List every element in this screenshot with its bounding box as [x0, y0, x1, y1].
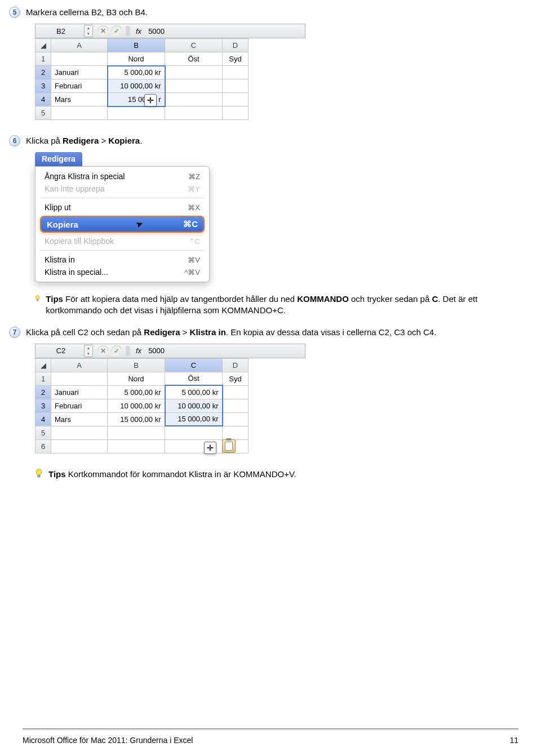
cell[interactable]: Januari	[51, 66, 108, 79]
step-7: 7 Klicka på cell C2 och sedan på Rediger…	[9, 327, 518, 338]
cell[interactable]: Mars	[51, 412, 108, 426]
row-header[interactable]: 2	[36, 66, 51, 79]
lightbulb-icon	[35, 293, 40, 304]
lightbulb-icon	[35, 469, 43, 479]
step-badge-5: 5	[9, 7, 20, 18]
formula-bar: C2 ▴▾ ✕ ✓ fx 5000	[35, 344, 305, 358]
cell[interactable]: Syd	[223, 52, 249, 66]
cell[interactable]: Februari	[51, 79, 108, 93]
excel-screenshot-1: B2 ▴▾ ✕ ✓ fx 5000 ◢ A B C D 1 Nord Öst S…	[35, 24, 518, 122]
step-badge-6: 6	[9, 135, 20, 146]
step-5: 5 Markera cellerna B2, B3 och B4.	[9, 7, 518, 18]
row-header[interactable]: 3	[36, 399, 51, 412]
menu-separator	[40, 250, 205, 251]
cell[interactable]: 15 000,0 r ✛	[108, 93, 165, 106]
excel-screenshot-2: C2 ▴▾ ✕ ✓ fx 5000 ◢ A B C D 1 Nord Öst S…	[35, 344, 518, 455]
spreadsheet-grid-2[interactable]: ◢ A B C D 1 Nord Öst Syd 2 Januari 5 000…	[35, 358, 249, 453]
svg-point-2	[36, 469, 42, 475]
cell[interactable]: 5 000,00 kr	[108, 385, 165, 399]
name-box[interactable]: C2	[36, 346, 84, 355]
cell-value: 15 000,0 r	[128, 95, 161, 104]
drag-handle-icon[interactable]	[126, 26, 130, 36]
cancel-icon[interactable]: ✕	[97, 25, 109, 37]
select-all-corner[interactable]: ◢	[36, 39, 51, 52]
cell[interactable]: 15 000,00 kr	[108, 412, 165, 426]
cell[interactable]: Februari	[51, 399, 108, 412]
menu-title[interactable]: Redigera	[35, 152, 82, 166]
cell[interactable]: 10 000,00 kr	[165, 399, 223, 412]
cell[interactable]: Nord	[108, 52, 165, 66]
svg-rect-3	[38, 475, 40, 477]
cell[interactable]: Mars	[51, 93, 108, 106]
tip-1: Tips För att kopiera data med hjälp av t…	[35, 293, 518, 317]
col-header-c[interactable]: C	[165, 39, 223, 52]
menu-item-paste[interactable]: Klistra in⌘V	[36, 254, 209, 266]
footer-rule	[23, 730, 518, 730]
drag-handle-icon[interactable]	[126, 346, 130, 356]
col-header-c[interactable]: C	[165, 358, 223, 372]
namebox-stepper[interactable]: ▴▾	[84, 345, 93, 357]
row-header[interactable]: 5	[36, 426, 51, 439]
row-header[interactable]: 6	[36, 439, 51, 453]
step-7-text: Klicka på cell C2 och sedan på Redigera …	[26, 327, 436, 337]
accept-icon[interactable]: ✓	[111, 345, 122, 357]
cell[interactable]: Öst	[165, 372, 223, 385]
cancel-icon[interactable]: ✕	[97, 345, 109, 357]
row-header[interactable]: 4	[36, 93, 51, 106]
formula-value[interactable]: 5000	[145, 346, 165, 355]
formula-value[interactable]: 5000	[145, 27, 165, 35]
cell[interactable]: 5 000,00 kr	[108, 66, 165, 79]
row-header[interactable]: 1	[36, 372, 51, 385]
fx-label: fx	[136, 27, 141, 35]
menu-item-paste-special[interactable]: Klistra in special...^⌘V	[36, 266, 209, 278]
col-header-d[interactable]: D	[223, 39, 249, 52]
edit-menu-screenshot: Redigera Ångra Klistra in special⌘Z Kan …	[35, 152, 210, 282]
step-6: 6 Klicka på Redigera > Kopiera.	[9, 135, 518, 146]
menu-item-undo[interactable]: Ångra Klistra in special⌘Z	[36, 170, 209, 183]
footer-title: Microsoft Office för Mac 2011: Grunderna…	[23, 736, 193, 745]
cell[interactable]: 15 000,00 kr	[165, 412, 223, 426]
page-footer: Microsoft Office för Mac 2011: Grunderna…	[23, 736, 518, 745]
menu-item-copy-highlighted[interactable]: Kopiera ⌘C	[40, 216, 205, 233]
cell[interactable]: Syd	[223, 372, 249, 385]
row-header[interactable]: 2	[36, 385, 51, 399]
step-6-text: Klicka på Redigera > Kopiera.	[26, 135, 142, 145]
namebox-stepper[interactable]: ▴▾	[84, 25, 93, 37]
formula-bar: B2 ▴▾ ✕ ✓ fx 5000	[35, 24, 305, 38]
fx-label: fx	[136, 346, 141, 355]
col-header-b[interactable]: B	[108, 39, 165, 52]
name-box[interactable]: B2	[36, 27, 84, 35]
footer-rule	[23, 728, 518, 729]
row-header[interactable]: 1	[36, 52, 51, 66]
select-all-corner[interactable]: ◢	[36, 358, 51, 372]
menu-item-redo: Kan inte upprepa⌘Y	[36, 183, 209, 195]
menu-item-copy-to-scrapbook[interactable]: Kopiera till Klippbok⌃C	[36, 235, 209, 247]
cell[interactable]: 10 000,00 kr	[108, 399, 165, 412]
row-header[interactable]: 4	[36, 412, 51, 426]
page-number: 11	[509, 736, 518, 745]
tip-2-text: Tips Kortkommandot för kommandot Klistra…	[48, 469, 296, 480]
tip-1-text: Tips För att kopiera data med hjälp av t…	[46, 293, 496, 317]
col-header-b[interactable]: B	[108, 358, 165, 372]
col-header-a[interactable]: A	[51, 39, 108, 52]
accept-icon[interactable]: ✓	[111, 25, 122, 37]
svg-point-0	[36, 295, 39, 299]
paste-options-icon[interactable]	[222, 439, 236, 453]
step-badge-7: 7	[9, 327, 20, 338]
svg-rect-1	[37, 299, 38, 301]
cell[interactable]: Nord	[108, 372, 165, 385]
row-header[interactable]: 5	[36, 106, 51, 120]
col-header-d[interactable]: D	[223, 358, 249, 372]
tip-2: Tips Kortkommandot för kommandot Klistra…	[35, 469, 518, 480]
cell[interactable]: Januari	[51, 385, 108, 399]
menu-item-cut[interactable]: Klipp ut⌘X	[36, 201, 209, 214]
step-5-text: Markera cellerna B2, B3 och B4.	[26, 7, 148, 17]
menu-body: Ångra Klistra in special⌘Z Kan inte uppr…	[35, 166, 210, 282]
cell[interactable]: 5 000,00 kr	[165, 385, 223, 399]
cell[interactable]: 10 000,00 kr	[108, 79, 165, 93]
cell[interactable]: Öst	[165, 52, 223, 66]
spreadsheet-grid-1[interactable]: ◢ A B C D 1 Nord Öst Syd 2 Januari 5 000…	[35, 38, 249, 120]
menu-separator	[40, 198, 205, 198]
col-header-a[interactable]: A	[51, 358, 108, 372]
row-header[interactable]: 3	[36, 79, 51, 93]
